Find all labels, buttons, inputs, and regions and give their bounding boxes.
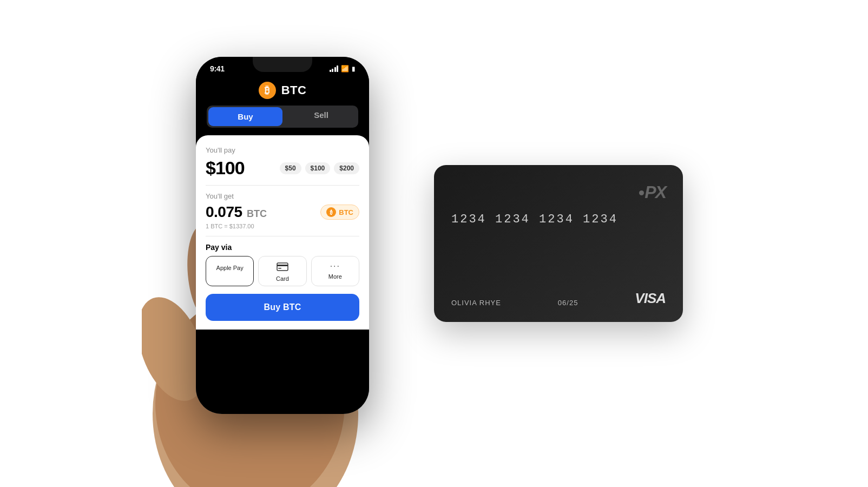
get-currency-label: BTC — [247, 208, 267, 219]
sell-tab[interactable]: Sell — [284, 106, 358, 128]
battery-icon: ▮ — [352, 65, 355, 73]
main-card: You'll pay $100 $50 $100 $200 — [196, 135, 369, 330]
svg-rect-9 — [278, 268, 281, 269]
phone-wrapper: 9:41 📶 ▮ ₿ BTC — [185, 57, 369, 446]
card-holder-block: OLIVIA RHYE — [451, 299, 501, 307]
buy-tab[interactable]: Buy — [208, 107, 282, 126]
btc-badge-text: BTC — [339, 208, 353, 216]
quick-50[interactable]: $50 — [280, 162, 301, 174]
phone-screen: 9:41 📶 ▮ ₿ BTC — [196, 57, 369, 414]
get-amount-row: 0.075 BTC ₿ BTC — [206, 203, 359, 221]
pay-option-apple-pay[interactable]: Apple Pay — [206, 256, 254, 286]
pay-option-more[interactable]: ··· More — [311, 256, 359, 286]
card-footer: OLIVIA RHYE 06/25 VISA — [451, 290, 666, 307]
visa-logo: VISA — [635, 290, 666, 307]
get-amount-value: 0.075 — [206, 203, 242, 220]
apple-pay-label: Apple Pay — [216, 265, 244, 271]
app-header: ₿ BTC — [196, 76, 369, 106]
crypto-title: BTC — [281, 83, 307, 97]
buy-button[interactable]: Buy BTC — [206, 294, 359, 321]
you-pay-label: You'll pay — [206, 146, 359, 154]
card-number: 1234 1234 1234 1234 — [451, 213, 666, 226]
divider-2 — [206, 236, 359, 236]
quick-200[interactable]: $200 — [334, 162, 359, 174]
card-expiry: 06/25 — [558, 299, 578, 307]
quick-100[interactable]: $100 — [305, 162, 331, 174]
buy-sell-tabs: Buy Sell — [207, 106, 358, 128]
divider-1 — [206, 185, 359, 186]
amount-row: $100 $50 $100 $200 — [206, 157, 359, 179]
credit-card: PX 1234 1234 1234 1234 OLIVIA RHYE 06/25… — [434, 165, 683, 322]
wifi-icon: 📶 — [341, 65, 349, 73]
more-label: More — [328, 273, 342, 280]
exchange-rate: 1 BTC = $1337.00 — [206, 223, 359, 229]
signal-icon — [330, 65, 339, 72]
pay-option-card[interactable]: Card — [258, 256, 306, 286]
quick-amounts: $50 $100 $200 — [280, 162, 359, 174]
you-get-label: You'll get — [206, 192, 359, 200]
pay-options: Apple Pay Card — [206, 256, 359, 286]
pay-section: You'll pay $100 $50 $100 $200 — [206, 146, 359, 179]
time-display: 9:41 — [210, 64, 225, 73]
card-holder-name: OLIVIA RHYE — [451, 299, 501, 307]
svg-rect-7 — [277, 263, 288, 271]
btc-badge-icon: ₿ — [326, 207, 336, 217]
more-icon: ··· — [330, 262, 340, 271]
btc-logo-icon: ₿ — [259, 82, 276, 99]
get-section: You'll get 0.075 BTC ₿ BTC 1 BTC = $13 — [206, 192, 359, 229]
card-label: Card — [276, 275, 289, 282]
phone-device: 9:41 📶 ▮ ₿ BTC — [196, 57, 369, 414]
btc-badge: ₿ BTC — [320, 205, 359, 220]
status-icons: 📶 ▮ — [330, 65, 356, 73]
get-amount-display: 0.075 BTC — [206, 203, 267, 221]
status-bar: 9:41 📶 ▮ — [196, 57, 369, 76]
svg-rect-8 — [277, 265, 288, 266]
pay-via-label: Pay via — [206, 243, 359, 252]
card-icon — [277, 262, 288, 273]
scene: 9:41 📶 ▮ ₿ BTC — [0, 0, 868, 487]
card-brand-logo: PX — [639, 180, 666, 203]
pay-amount: $100 — [206, 157, 245, 179]
